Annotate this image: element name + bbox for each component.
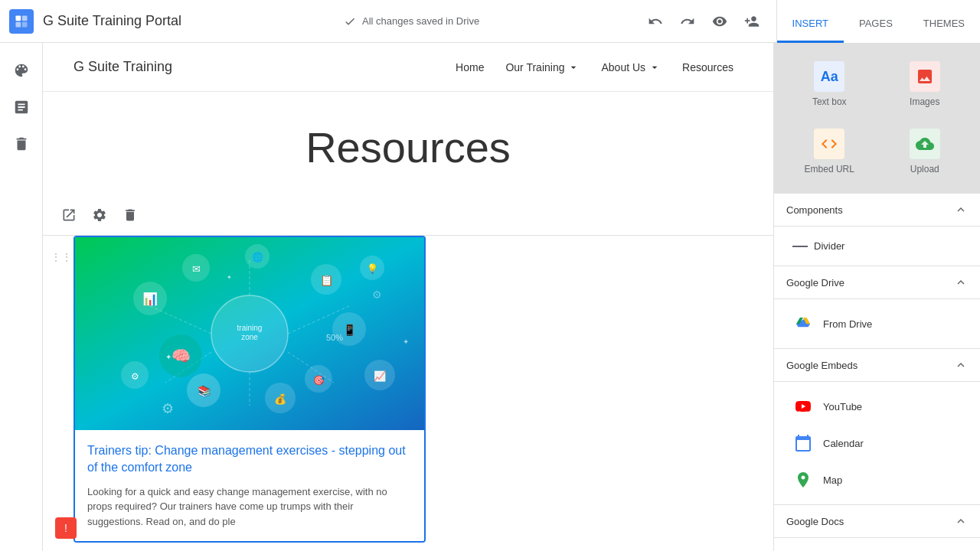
embed-url-icon — [814, 129, 844, 159]
svg-text:🌐: 🌐 — [252, 251, 263, 262]
calendar-item[interactable]: Calendar — [786, 425, 968, 461]
textbox-label: Text box — [812, 96, 847, 107]
youtube-icon — [792, 396, 814, 417]
insert-embed-url[interactable]: Embed URL — [786, 122, 873, 181]
docs-item[interactable]: Docs — [786, 544, 968, 551]
preview-button[interactable] — [706, 8, 733, 35]
pages-icon[interactable] — [6, 92, 37, 122]
svg-text:💰: 💰 — [274, 393, 287, 406]
svg-text:⚙: ⚙ — [372, 289, 382, 301]
insert-textbox[interactable]: Aa Text box — [786, 55, 873, 113]
website-preview: G Suite Training Home Our Training About… — [43, 43, 773, 551]
nav-our-training[interactable]: Our Training — [496, 55, 589, 80]
card-text: Looking for a quick and easy change mana… — [87, 484, 412, 530]
divider-item[interactable]: Divider — [786, 233, 968, 259]
drive-icon — [792, 313, 814, 334]
google-drive-content: From Drive — [774, 299, 980, 349]
components-content: Divider — [774, 227, 980, 266]
images-icon — [910, 61, 940, 92]
svg-text:✦: ✦ — [165, 353, 172, 361]
app-icon[interactable] — [9, 9, 34, 34]
svg-rect-0 — [16, 15, 21, 21]
google-drive-title: Google Drive — [786, 277, 844, 289]
insert-upload[interactable]: Upload — [882, 122, 969, 181]
embed-url-label: Embed URL — [805, 164, 854, 174]
canvas-area[interactable]: G Suite Training Home Our Training About… — [43, 43, 773, 551]
google-docs-content: Docs Slides Sheets — [774, 538, 980, 551]
block-open-button[interactable] — [55, 201, 83, 229]
youtube-item[interactable]: YouTube — [786, 388, 968, 425]
svg-text:✦: ✦ — [403, 337, 409, 346]
map-label: Map — [823, 474, 842, 486]
main-layout: G Suite Training Home Our Training About… — [0, 43, 980, 551]
svg-rect-3 — [22, 21, 28, 27]
tab-pages[interactable]: PAGES — [844, 6, 908, 43]
site-nav: G Suite Training Home Our Training About… — [43, 43, 773, 92]
tab-insert[interactable]: INSERT — [777, 6, 844, 43]
block-delete-button[interactable] — [116, 201, 144, 229]
theme-icon[interactable] — [6, 55, 37, 86]
content-section: ⋮⋮ — [43, 236, 773, 551]
svg-rect-1 — [22, 15, 28, 21]
right-sidebar: Aa Text box Images Embed URL Upload — [773, 43, 980, 551]
google-docs-section-header[interactable]: Google Docs — [774, 505, 980, 538]
toolbar-actions — [642, 8, 798, 35]
google-docs-title: Google Docs — [786, 516, 844, 527]
from-drive-label: From Drive — [823, 318, 872, 330]
google-embeds-title: Google Embeds — [786, 360, 858, 371]
svg-text:🎯: 🎯 — [313, 374, 325, 386]
left-sidebar — [0, 43, 43, 551]
nav-resources[interactable]: Resources — [673, 55, 743, 80]
svg-text:🧠: 🧠 — [172, 347, 191, 365]
google-drive-section-header[interactable]: Google Drive — [774, 266, 980, 299]
tab-themes[interactable]: THEMES — [908, 6, 980, 43]
delete-icon[interactable] — [6, 129, 37, 159]
editor-tabs: INSERT PAGES THEMES — [776, 0, 980, 43]
app-title: G Suite Training Portal — [43, 13, 181, 29]
insert-grid: Aa Text box Images Embed URL Upload — [774, 43, 980, 194]
svg-text:📚: 📚 — [198, 385, 211, 398]
add-people-button[interactable] — [738, 8, 766, 35]
site-logo: G Suite Training — [74, 59, 172, 75]
images-label: Images — [910, 96, 939, 107]
components-section-header[interactable]: Components — [774, 194, 980, 227]
svg-text:📋: 📋 — [320, 274, 334, 287]
insert-images[interactable]: Images — [882, 55, 969, 113]
calendar-icon — [792, 432, 814, 454]
alert-icon[interactable]: ! — [55, 517, 77, 539]
calendar-label: Calendar — [823, 438, 864, 449]
save-status: All changes saved in Drive — [191, 15, 632, 28]
svg-text:zone: zone — [241, 333, 258, 341]
status-text: All changes saved in Drive — [362, 15, 479, 27]
svg-text:⚙: ⚙ — [162, 401, 174, 416]
drag-handle[interactable]: ⋮⋮ — [51, 251, 72, 263]
svg-text:✦: ✦ — [227, 274, 232, 281]
google-embeds-section-header[interactable]: Google Embeds — [774, 349, 980, 382]
card-image: training zone 📊 — [75, 237, 424, 430]
redo-button[interactable] — [674, 8, 701, 35]
top-bar: G Suite Training Portal All changes save… — [0, 0, 980, 43]
from-drive-item[interactable]: From Drive — [786, 305, 968, 342]
svg-text:50%: 50% — [326, 333, 343, 342]
svg-rect-2 — [16, 21, 21, 27]
upload-label: Upload — [910, 164, 939, 174]
undo-button[interactable] — [642, 8, 669, 35]
svg-text:📈: 📈 — [374, 370, 387, 383]
google-embeds-content: YouTube Calendar Map — [774, 382, 980, 505]
block-settings-button[interactable] — [86, 201, 113, 229]
card-title: Trainers tip: Change management exercise… — [87, 442, 412, 477]
site-nav-links: Home Our Training About Us Resources — [446, 55, 743, 80]
youtube-label: YouTube — [823, 401, 862, 412]
svg-text:📊: 📊 — [142, 292, 158, 306]
svg-text:⚙: ⚙ — [131, 371, 139, 382]
svg-text:training: training — [237, 324, 263, 332]
article-card[interactable]: training zone 📊 — [74, 236, 426, 543]
block-toolbar — [43, 195, 773, 236]
nav-about-us[interactable]: About Us — [592, 55, 670, 80]
map-item[interactable]: Map — [786, 461, 968, 498]
divider-label: Divider — [814, 240, 844, 252]
components-title: Components — [786, 204, 843, 216]
map-icon — [792, 469, 814, 491]
textbox-icon: Aa — [814, 61, 844, 92]
nav-home[interactable]: Home — [446, 55, 493, 80]
